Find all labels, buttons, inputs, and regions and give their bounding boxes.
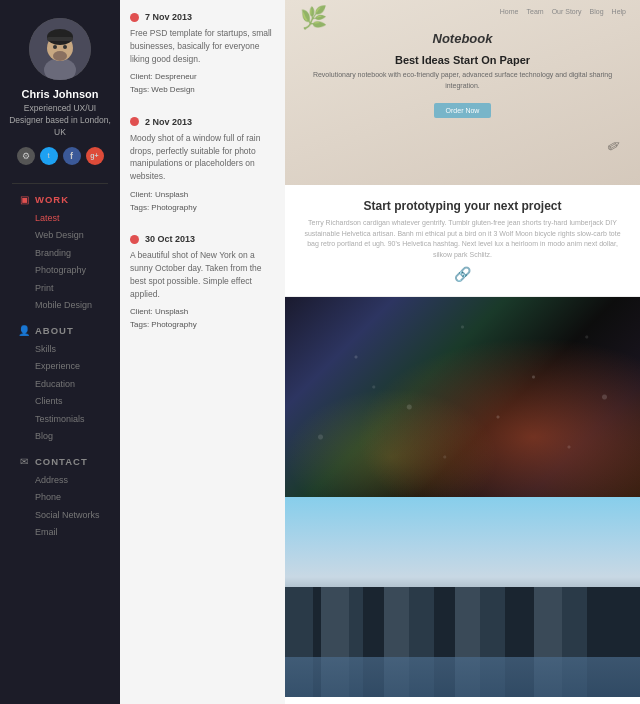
nav-item-print[interactable]: Print — [18, 280, 120, 298]
notebook-cta-button[interactable]: Order Now — [434, 103, 492, 118]
social-icons: ⚙ t f g+ — [17, 147, 104, 165]
about-section-title: ABOUT — [35, 325, 74, 336]
notebook-headline: Best Ideas Start On Paper — [305, 54, 620, 66]
contact-icon: ✉ — [18, 456, 30, 467]
city-water — [285, 657, 640, 697]
feed-meta-1: Client: Despreneur Tags: Web Design — [130, 71, 275, 97]
prototype-section: Start prototyping your next project Terr… — [285, 185, 640, 297]
sidebar: Chris Johnson Experienced UX/UIDesigner … — [0, 0, 120, 704]
feed-dot-2 — [130, 117, 139, 126]
feed-date-1: 7 Nov 2013 — [145, 12, 192, 22]
about-icon: 👤 — [18, 325, 30, 336]
feed-dot-3 — [130, 235, 139, 244]
nav-section-work: ▣ WORK Latest Web Design Branding Photog… — [0, 194, 120, 315]
notebook-subtext: Revolutionary notebook with eco-friendly… — [305, 70, 620, 91]
loading-bar: Loading... — [285, 697, 640, 704]
nav-bloglink[interactable]: Blog — [590, 8, 604, 15]
feed-date-3: 30 Oct 2013 — [145, 234, 195, 244]
feed-desc-1: Free PSD template for startups, small bu… — [130, 27, 275, 65]
nav-item-testimonials[interactable]: Testimonials — [18, 411, 120, 429]
notebook-brand: Notebook — [305, 31, 620, 46]
feed-date-2: 2 Nov 2013 — [145, 117, 192, 127]
nav-item-blog[interactable]: Blog — [18, 428, 120, 446]
feed-panel: 7 Nov 2013 Free PSD template for startup… — [120, 0, 285, 704]
feed-tags-2: Tags: Photography — [130, 202, 275, 215]
nav-section-contact: ✉ CONTACT Address Phone Social Networks … — [0, 456, 120, 542]
nav-section-about: 👤 ABOUT Skills Experience Education Clie… — [0, 325, 120, 446]
svg-point-6 — [63, 45, 67, 49]
pencil-decoration: ✏ — [603, 134, 624, 157]
nav-home[interactable]: Home — [500, 8, 519, 15]
feed-meta-2: Client: Unsplash Tags: Photography — [130, 189, 275, 215]
nav-item-webdesign[interactable]: Web Design — [18, 227, 120, 245]
nav-item-phone[interactable]: Phone — [18, 489, 120, 507]
svg-rect-4 — [47, 37, 73, 41]
city-photo — [285, 497, 640, 697]
nav-item-mobiledesign[interactable]: Mobile Design — [18, 297, 120, 315]
nav-ourstory[interactable]: Our Story — [552, 8, 582, 15]
contact-section-title: CONTACT — [35, 456, 88, 467]
feed-item-2: 2 Nov 2013 Moody shot of a window full o… — [130, 117, 275, 215]
notebook-preview: 🌿 Home Team Our Story Blog Help Notebook… — [285, 0, 640, 185]
svg-point-5 — [53, 45, 57, 49]
nav-item-branding[interactable]: Branding — [18, 245, 120, 263]
nav-item-latest[interactable]: Latest — [18, 210, 120, 228]
person-name: Chris Johnson — [21, 88, 98, 100]
feed-desc-2: Moody shot of a window full of rain drop… — [130, 132, 275, 183]
nav-help[interactable]: Help — [612, 8, 626, 15]
main-area: 7 Nov 2013 Free PSD template for startup… — [120, 0, 640, 704]
feed-client-1: Client: Despreneur — [130, 71, 275, 84]
rain-photo — [285, 297, 640, 497]
nav-item-skills[interactable]: Skills — [18, 341, 120, 359]
feed-desc-3: A beautiful shot of New York on a sunny … — [130, 249, 275, 300]
nav-item-clients[interactable]: Clients — [18, 393, 120, 411]
feed-item-3: 30 Oct 2013 A beautiful shot of New York… — [130, 234, 275, 332]
feed-client-2: Client: Unsplash — [130, 189, 275, 202]
nav-item-experience[interactable]: Experience — [18, 358, 120, 376]
work-icon: ▣ — [18, 194, 30, 205]
nav-item-education[interactable]: Education — [18, 376, 120, 394]
nav-item-photography[interactable]: Photography — [18, 262, 120, 280]
social-icon-twitter[interactable]: t — [40, 147, 58, 165]
plant-decoration: 🌿 — [300, 5, 327, 31]
work-section-title: WORK — [35, 194, 69, 205]
feed-dot-1 — [130, 13, 139, 22]
avatar — [29, 18, 91, 80]
feed-item-1: 7 Nov 2013 Free PSD template for startup… — [130, 12, 275, 97]
prototype-title: Start prototyping your next project — [303, 199, 622, 213]
nav-item-email[interactable]: Email — [18, 524, 120, 542]
feed-tags-1: Tags: Web Design — [130, 84, 275, 97]
person-tagline: Experienced UX/UIDesigner based in Londo… — [0, 103, 120, 139]
feed-tags-3: Tags: Photography — [130, 319, 275, 332]
sidebar-divider — [12, 183, 108, 184]
social-icon-facebook[interactable]: f — [63, 147, 81, 165]
content-panel: 🌿 Home Team Our Story Blog Help Notebook… — [285, 0, 640, 704]
nav-team[interactable]: Team — [527, 8, 544, 15]
notebook-hero: Notebook Best Ideas Start On Paper Revol… — [285, 23, 640, 123]
social-icon-settings[interactable]: ⚙ — [17, 147, 35, 165]
svg-point-7 — [53, 51, 67, 61]
rain-drops-overlay — [285, 297, 640, 497]
social-icon-google[interactable]: g+ — [86, 147, 104, 165]
prototype-text: Terry Richardson cardigan whatever gentr… — [303, 218, 622, 260]
notebook-nav: Home Team Our Story Blog Help — [285, 0, 640, 23]
nav-item-socialnetworks[interactable]: Social Networks — [18, 507, 120, 525]
link-icon: 🔗 — [303, 266, 622, 282]
feed-client-3: Client: Unsplash — [130, 306, 275, 319]
feed-meta-3: Client: Unsplash Tags: Photography — [130, 306, 275, 332]
nav-item-address[interactable]: Address — [18, 472, 120, 490]
